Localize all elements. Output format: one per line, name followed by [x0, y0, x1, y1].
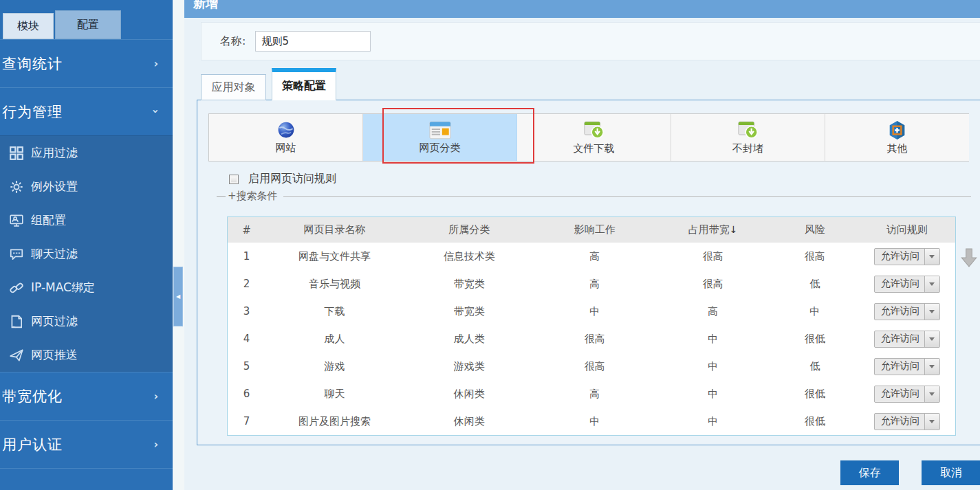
dropdown-button[interactable] [924, 331, 939, 347]
cell-risk: 很低 [771, 325, 858, 353]
cell-rule: 允许访问 [858, 353, 955, 380]
access-rule-dropdown[interactable]: 允许访问 [874, 358, 940, 375]
sidebar-item-chat-filter[interactable]: 聊天过滤 [0, 237, 173, 271]
policy-tab-website[interactable]: 网站 [209, 114, 363, 161]
policy-tab-no-block[interactable]: 不封堵 [671, 114, 825, 161]
access-rule-dropdown[interactable]: 允许访问 [874, 303, 940, 320]
cell-num: 7 [228, 408, 265, 435]
dropdown-button[interactable] [924, 304, 939, 320]
sidebar-item-web-push[interactable]: 网页推送 [0, 338, 173, 372]
cancel-button[interactable]: 取消 [922, 460, 980, 485]
policy-tab-label: 不封堵 [732, 142, 763, 155]
access-rule-dropdown[interactable]: 允许访问 [874, 386, 940, 403]
sidebar-item-app-filter[interactable]: 应用过滤 [0, 136, 173, 170]
sidebar-group-query-stats[interactable]: 查询统计› [0, 39, 173, 87]
access-rule-dropdown[interactable]: 允许访问 [874, 331, 940, 348]
dropdown-button[interactable] [924, 249, 939, 265]
link-icon [9, 280, 24, 296]
cell-bandwidth: 高 [655, 298, 771, 325]
cell-rule: 允许访问 [858, 325, 955, 353]
column-header[interactable]: 所属分类 [404, 217, 534, 243]
sidebar-nav: 查询统计›行为管理›应用过滤例外设置组配置聊天过滤IP-MAC绑定网页过滤网页推… [0, 39, 173, 486]
sidebar-item-ip-mac-binding[interactable]: IP-MAC绑定 [0, 271, 173, 304]
dropdown-button[interactable] [924, 276, 939, 292]
policy-tab-other[interactable]: 其他 [825, 114, 969, 161]
enable-web-access-label: 启用网页访问规则 [248, 172, 336, 186]
cell-name: 音乐与视频 [265, 270, 404, 298]
policy-type-strip: 网站网页分类文件下载不封堵其他 [208, 113, 969, 162]
cell-rule: 允许访问 [858, 408, 955, 435]
cell-name: 游戏 [265, 353, 404, 380]
gear-icon [9, 179, 24, 194]
enable-web-access-checkbox[interactable] [229, 175, 239, 184]
scroll-down-arrow-icon[interactable] [960, 247, 978, 268]
cell-risk: 很低 [771, 408, 858, 435]
sidebar-tab-module[interactable]: 模块 [3, 13, 54, 39]
tab-policy-config[interactable]: 策略配置 [272, 68, 336, 100]
access-rule-value: 允许访问 [875, 331, 924, 347]
cell-name: 成人 [265, 325, 404, 353]
dialog-header: 新增 [184, 0, 980, 18]
search-condition-toggle[interactable]: +搜索条件 [228, 190, 278, 203]
dropdown-button[interactable] [924, 386, 939, 402]
dropdown-button[interactable] [924, 414, 939, 430]
cell-name: 网盘与文件共享 [265, 243, 404, 270]
sidebar-tab-config[interactable]: 配置 [55, 10, 121, 39]
column-header[interactable]: 风险 [771, 217, 858, 243]
access-rule-dropdown[interactable]: 允许访问 [874, 413, 940, 430]
cell-rule: 允许访问 [858, 380, 955, 408]
column-header[interactable]: 占用带宽↓ [655, 217, 771, 243]
sidebar-group-bandwidth-opt[interactable]: 带宽优化› [0, 372, 173, 420]
sidebar-footer [0, 468, 173, 486]
dropdown-button[interactable] [924, 359, 939, 375]
sidebar-submenu: 应用过滤例外设置组配置聊天过滤IP-MAC绑定网页过滤网页推送 [0, 135, 173, 372]
access-rule-dropdown[interactable]: 允许访问 [874, 276, 940, 293]
tab-apply-target[interactable]: 应用对象 [201, 74, 266, 100]
column-header[interactable]: 访问规则 [858, 217, 955, 243]
sidebar-group-user-auth[interactable]: 用户认证› [0, 420, 173, 468]
cell-risk: 中 [771, 298, 858, 325]
sidebar-item-web-filter[interactable]: 网页过滤 [0, 304, 173, 338]
access-rule-value: 允许访问 [875, 249, 924, 265]
cell-work_impact: 很高 [534, 325, 655, 353]
chevron-left-icon: ◀ [176, 293, 180, 300]
cell-category: 带宽类 [404, 298, 534, 325]
access-rule-value: 允许访问 [875, 276, 924, 292]
cell-bandwidth: 中 [655, 353, 771, 380]
cell-category: 带宽类 [404, 270, 534, 298]
table-row: 5游戏游戏类很高中低允许访问 [228, 353, 955, 380]
sidebar-item-exception-settings[interactable]: 例外设置 [0, 170, 173, 203]
column-header[interactable]: 影响工作 [534, 217, 655, 243]
sidebar-group-behavior-mgmt[interactable]: 行为管理› [0, 87, 173, 135]
save-button[interactable]: 保存 [840, 460, 899, 485]
cell-work_impact: 中 [534, 298, 655, 325]
sidebar-item-label: 网页过滤 [31, 313, 78, 329]
access-rule-value: 允许访问 [875, 386, 924, 402]
main-content: 新增 名称: 应用对象策略配置 网站网页分类文件下载不封堵其他 启用网页访问规则… [184, 0, 980, 490]
web-category-table: #网页目录名称所属分类影响工作占用带宽↓风险访问规则 1网盘与文件共享信息技术类… [227, 216, 956, 436]
sidebar-collapse-handle[interactable]: ◀ [173, 267, 183, 326]
sidebar-item-group-config[interactable]: 组配置 [0, 203, 173, 237]
policy-tab-file-download[interactable]: 文件下载 [517, 114, 671, 161]
chevron-right-icon: › [153, 57, 159, 70]
cell-bandwidth: 中 [655, 408, 771, 435]
policy-tab-web-category[interactable]: 网页分类 [363, 114, 517, 161]
policy-tab-label: 文件下载 [574, 142, 615, 155]
sidebar-item-label: 组配置 [31, 212, 66, 228]
page-icon [9, 314, 24, 329]
table-row: 6聊天休闲类高中很低允许访问 [228, 380, 955, 408]
grid-icon [9, 146, 24, 161]
column-header[interactable]: # [228, 217, 265, 243]
access-rule-dropdown[interactable]: 允许访问 [874, 248, 940, 265]
paper-plane-icon [9, 348, 24, 363]
access-rule-value: 允许访问 [875, 304, 924, 320]
cell-work_impact: 高 [534, 380, 655, 408]
cell-rule: 允许访问 [858, 270, 955, 298]
rule-name-input[interactable] [255, 31, 371, 52]
cell-category: 游戏类 [404, 353, 534, 380]
cell-bandwidth: 很高 [655, 243, 771, 270]
download-icon [738, 120, 759, 140]
column-header[interactable]: 网页目录名称 [265, 217, 404, 243]
policy-tab-label: 网站 [276, 142, 296, 155]
webpage-category-icon [429, 121, 451, 140]
